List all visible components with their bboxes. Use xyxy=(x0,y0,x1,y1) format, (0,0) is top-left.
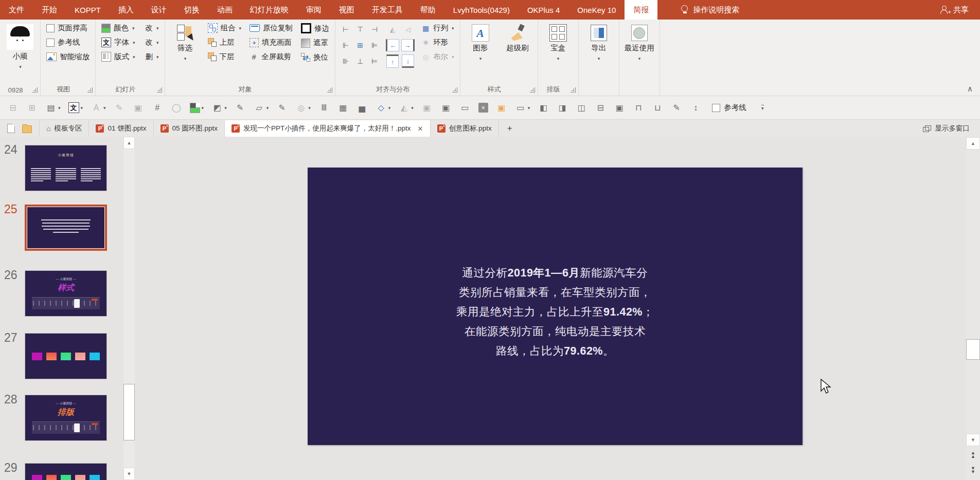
new-file-icon[interactable] xyxy=(7,124,15,133)
eyedropper-button[interactable]: ✎ xyxy=(114,102,125,114)
boolean-shapes-button[interactable]: ◎▾ xyxy=(295,102,311,114)
move-right-edge-button[interactable]: → xyxy=(401,39,415,51)
close-tab-icon[interactable]: ✕ xyxy=(418,125,423,133)
table-edit-button[interactable]: ▦ xyxy=(337,102,349,114)
share-button[interactable]: + 共享 xyxy=(940,0,980,20)
dialog-launcher-icon[interactable] xyxy=(452,87,457,93)
上层-button[interactable]: 上层 xyxy=(206,37,243,48)
dialog-launcher-icon[interactable] xyxy=(327,87,332,93)
图形-button[interactable]: A图形▾ xyxy=(465,23,496,63)
file-tab[interactable]: P发现一个PPT小插件，使用起来爽爆了，太好用！.pptx✕ xyxy=(224,120,430,137)
flip-horizontal-button[interactable]: ◭ xyxy=(387,24,398,35)
paste-picture-button[interactable]: ▣ xyxy=(133,102,144,114)
toolbar-overflow-icon[interactable]: ▾ xyxy=(761,105,764,111)
excel-x-button[interactable]: × xyxy=(478,103,488,113)
text-style-button[interactable]: ▤▾ xyxy=(45,102,61,114)
menu-tab-文件[interactable]: 文件 xyxy=(0,0,33,20)
menu-tab-OKPlus 4[interactable]: OKPlus 4 xyxy=(519,0,568,20)
menu-tab-LvyhTools(0429)[interactable]: LvyhTools(0429) xyxy=(444,0,519,20)
collapse-ribbon-icon[interactable]: ∧ xyxy=(967,84,973,94)
布尔-button[interactable]: ◎布尔▾ xyxy=(420,51,456,62)
font-wen-button[interactable]: 文▾ xyxy=(68,102,83,113)
guides-toggle[interactable]: 参考线 xyxy=(712,103,746,113)
format-brush-button[interactable]: ✎ xyxy=(671,102,682,114)
layer-back-button[interactable]: ▣ xyxy=(440,102,452,114)
dialog-launcher-icon[interactable] xyxy=(87,87,93,93)
原位复制-button[interactable]: 原位复制 xyxy=(248,23,294,33)
move-left-edge-button[interactable]: ← xyxy=(386,39,399,51)
menu-tab-动画[interactable]: 动画 xyxy=(208,0,241,20)
dialog-launcher-icon[interactable] xyxy=(571,87,576,93)
小顽-button[interactable]: 小顽▾ xyxy=(4,23,36,71)
font-color-button[interactable]: A▾ xyxy=(91,102,106,114)
align-right-objects-button[interactable]: ⊫ xyxy=(369,40,380,51)
menu-tab-开始[interactable]: 开始 xyxy=(33,0,66,20)
new-tab-button[interactable]: + xyxy=(498,120,521,137)
distribute-horizontal-button[interactable]: ⊪ xyxy=(340,56,351,67)
menu-tab-KOPPT[interactable]: KOPPT xyxy=(66,0,110,20)
slide-thumbnail[interactable]: 小顽简报 xyxy=(25,145,107,191)
paint-bucket-button[interactable]: ◩▾ xyxy=(211,102,227,114)
oval-shape-button[interactable]: ◯ xyxy=(171,102,182,114)
show-multi-window-button[interactable]: 显示多窗口 xyxy=(923,120,980,137)
menu-tab-开发工具[interactable]: 开发工具 xyxy=(363,0,412,20)
menu-tab-帮助[interactable]: 帮助 xyxy=(412,0,444,20)
eyedropper-3-button[interactable]: ✎ xyxy=(276,102,288,114)
slide-canvas[interactable]: 通过分析2019年1—6月新能源汽车分类别所占销量来看，在车型类别方面，乘用是绝… xyxy=(308,168,803,445)
slide-thumbnail[interactable]: — 小顽简报 —样式 xyxy=(25,270,107,317)
dialog-launcher-icon[interactable] xyxy=(32,87,38,93)
筛选-button[interactable]: 筛选▾ xyxy=(169,23,201,63)
align-left-edge-button[interactable]: ◧ xyxy=(538,102,549,114)
修边-button[interactable]: 修边 xyxy=(299,23,331,34)
slide-thumbnail[interactable]: — 小顽简报 —排版 xyxy=(25,395,107,441)
scroll-down-icon[interactable]: ▼ xyxy=(123,468,135,480)
distribute-vertical-2-button[interactable]: ⊟ xyxy=(595,102,606,114)
move-top-edge-button[interactable]: ↑ xyxy=(386,54,399,68)
行列-button[interactable]: ▦行列▾ xyxy=(420,23,456,33)
file-tab[interactable]: P创意图标.pptx xyxy=(430,120,498,137)
页面撑高-button[interactable]: 页面撑高 xyxy=(45,23,91,33)
menu-tab-简报[interactable]: 简报 xyxy=(625,0,657,20)
thumbnail-scrollbar-thumb[interactable] xyxy=(123,384,135,440)
layer-front-button[interactable]: ▣ xyxy=(421,102,433,114)
最近使用-button[interactable]: 最近使用▾ xyxy=(623,23,655,63)
menu-tab-审阅[interactable]: 审阅 xyxy=(297,0,330,20)
align-shapes-button[interactable]: ⊟ xyxy=(7,102,19,114)
menu-tab-设计[interactable]: 设计 xyxy=(142,0,175,20)
center-in-slide-button[interactable]: ⊞ xyxy=(354,40,366,51)
rotate-flip-button[interactable]: ◭▾ xyxy=(398,102,414,114)
导出-button[interactable]: 导出▾ xyxy=(583,23,615,63)
menu-tab-插入[interactable]: 插入 xyxy=(110,0,142,20)
align-right-edge-button[interactable]: ◨ xyxy=(557,102,568,114)
file-tab[interactable]: P05 圆环图.pptx xyxy=(153,120,225,137)
file-tab[interactable]: ⌂模板专区 xyxy=(39,120,88,137)
全屏裁剪-button[interactable]: #全屏裁剪 xyxy=(248,51,294,62)
智能缩放-button[interactable]: 智能缩放 xyxy=(45,51,91,62)
align-middle-objects-button[interactable]: ⊩ xyxy=(340,40,351,51)
eyedropper-2-button[interactable]: ✎ xyxy=(235,102,246,114)
menu-tab-OneKey 10[interactable]: OneKey 10 xyxy=(568,0,625,20)
move-bottom-edge-button[interactable]: ↓ xyxy=(402,54,414,68)
slide-thumbnail[interactable] xyxy=(25,205,107,251)
slide-thumbnail[interactable] xyxy=(25,333,107,379)
previous-slide-button[interactable]: ▲▲ xyxy=(966,448,980,461)
遮罩-button[interactable]: 遮罩 xyxy=(299,38,331,48)
main-scrollbar-thumb[interactable] xyxy=(966,339,980,360)
超级刷-button[interactable]: 超级刷 xyxy=(502,23,533,52)
scroll-up-icon[interactable]: ▲ xyxy=(123,137,135,149)
align-top-edge-button[interactable]: ⊓ xyxy=(633,102,644,114)
版式-button[interactable]: 版式▾ xyxy=(100,51,137,62)
text-box-button[interactable]: ▭ xyxy=(459,102,471,114)
file-tab[interactable]: P01 饼图.pptx xyxy=(88,120,153,137)
slide-text-block[interactable]: 通过分析2019年1—6月新能源汽车分类别所占销量来看，在车型类别方面，乘用是绝… xyxy=(456,263,654,361)
align-left-objects-button[interactable]: ⊢ xyxy=(340,24,351,35)
环形-button[interactable]: ✳环形 xyxy=(420,37,456,48)
颜色-button[interactable]: 颜色▾ xyxy=(100,23,137,33)
column-guides-button[interactable]: Ⅲ xyxy=(318,102,330,114)
open-folder-icon[interactable] xyxy=(22,125,32,133)
size-height-button[interactable]: ↕ xyxy=(690,102,701,114)
填充画面-button[interactable]: +填充画面 xyxy=(248,37,294,48)
下层-button[interactable]: 下层 xyxy=(206,51,243,62)
换位-button[interactable]: ⇄换位 xyxy=(299,52,331,63)
flip-vertical-button[interactable]: ◁ xyxy=(402,24,414,35)
